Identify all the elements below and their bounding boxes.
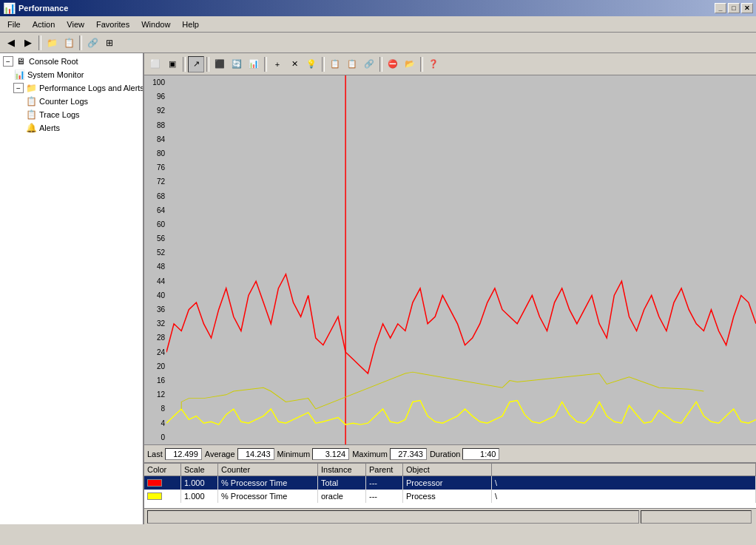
row2-object: Process bbox=[403, 490, 492, 503]
minimum-value: 3.124 bbox=[312, 448, 349, 460]
y-label-44: 44 bbox=[146, 277, 165, 285]
console-root-expander[interactable]: − bbox=[3, 56, 13, 67]
y-label-64: 64 bbox=[146, 206, 165, 214]
title-bar: 📊 Performance _ □ ✕ bbox=[0, 0, 756, 16]
system-monitor-icon: 📊 bbox=[13, 69, 25, 81]
sidebar-item-console-root[interactable]: − 🖥 Console Root bbox=[1, 55, 141, 68]
toolbar-separator-2 bbox=[79, 35, 82, 50]
y-label-24: 24 bbox=[146, 348, 165, 356]
sidebar-item-alerts[interactable]: 🔔 Alerts bbox=[1, 121, 141, 135]
chart-btn-graph[interactable]: ↗ bbox=[188, 56, 204, 72]
up-button[interactable]: 📁 bbox=[44, 35, 60, 51]
counter-row-2[interactable]: 1.000 % Processor Time oracle --- Proces… bbox=[144, 490, 756, 503]
y-label-60: 60 bbox=[146, 220, 165, 229]
status-panel-right bbox=[641, 510, 752, 524]
chart-toolbar: ⬜ ▣ ↗ ⬛ 🔄 📊 + ✕ 💡 📋 📋 🔗 ⛔ 📂 ❓ bbox=[144, 53, 756, 75]
duration-field: Duration 1:40 bbox=[430, 448, 500, 460]
last-label: Last bbox=[147, 450, 163, 458]
chart-btn-chart-type[interactable]: 📊 bbox=[246, 56, 262, 72]
sidebar-item-perf-logs[interactable]: − 📁 Performance Logs and Alerts bbox=[1, 81, 141, 95]
chart-container: 100 96 92 88 84 80 76 72 68 64 60 56 52 … bbox=[144, 75, 756, 444]
menu-favorites[interactable]: Favorites bbox=[90, 18, 135, 30]
perf-logs-expander[interactable]: − bbox=[13, 83, 24, 93]
main-toolbar: ◀ ▶ 📁 📋 🔗 ⊞ bbox=[0, 33, 756, 53]
menu-file[interactable]: File bbox=[1, 18, 27, 30]
options-button[interactable]: ⊞ bbox=[101, 35, 118, 51]
trace-logs-label: Trace Logs bbox=[39, 110, 80, 119]
chart-btn-update[interactable]: 🔄 bbox=[229, 56, 245, 72]
last-value: 12.499 bbox=[165, 448, 202, 460]
row1-parent: --- bbox=[366, 476, 403, 490]
minimum-label: Minimum bbox=[277, 450, 311, 458]
status-bar bbox=[144, 508, 756, 524]
alerts-icon: 🔔 bbox=[25, 122, 37, 134]
alerts-label: Alerts bbox=[39, 123, 60, 132]
export-button[interactable]: 🔗 bbox=[84, 35, 101, 51]
chart-sep-2 bbox=[206, 57, 209, 72]
average-label: Average bbox=[205, 450, 235, 458]
row2-counter: % Processor Time bbox=[218, 490, 318, 503]
forward-button[interactable]: ▶ bbox=[20, 35, 36, 51]
menu-action[interactable]: Action bbox=[27, 18, 61, 30]
y-label-12: 12 bbox=[146, 390, 165, 399]
chart-btn-stop[interactable]: ⛔ bbox=[385, 56, 401, 72]
chart-btn-add[interactable]: + bbox=[269, 56, 286, 72]
content-area: ⬜ ▣ ↗ ⬛ 🔄 📊 + ✕ 💡 📋 📋 🔗 ⛔ 📂 ❓ bbox=[144, 53, 756, 524]
chart-btn-new[interactable]: ⬜ bbox=[147, 56, 163, 72]
chart-btn-highlight[interactable]: 💡 bbox=[303, 56, 320, 72]
sidebar-item-trace-logs[interactable]: 📋 Trace Logs bbox=[1, 108, 141, 121]
back-button[interactable]: ◀ bbox=[3, 35, 19, 51]
y-label-84: 84 bbox=[146, 135, 165, 143]
trace-logs-icon: 📋 bbox=[25, 109, 37, 121]
duration-value: 1:40 bbox=[462, 448, 499, 460]
minimize-button[interactable]: _ bbox=[715, 3, 726, 13]
chart-btn-help[interactable]: ❓ bbox=[425, 56, 442, 72]
main-layout: − 🖥 Console Root 📊 System Monitor − 📁 Pe… bbox=[0, 53, 756, 524]
toolbar-separator-1 bbox=[38, 35, 41, 50]
show-hide-button[interactable]: 📋 bbox=[61, 35, 77, 51]
counter-table-header: Color Scale Counter Instance Parent Obje… bbox=[144, 464, 756, 476]
counter-table: Color Scale Counter Instance Parent Obje… bbox=[144, 462, 756, 508]
average-value: 14.243 bbox=[237, 448, 274, 460]
y-label-68: 68 bbox=[146, 192, 165, 200]
maximum-field: Maximum 27.343 bbox=[352, 448, 427, 460]
header-color: Color bbox=[144, 464, 181, 475]
row2-color-swatch bbox=[147, 492, 162, 500]
chart-sep-3 bbox=[264, 57, 267, 72]
chart-btn-log[interactable]: 📂 bbox=[402, 56, 418, 72]
header-counter: Counter bbox=[218, 464, 318, 475]
status-panel-main bbox=[147, 510, 639, 524]
sidebar-item-counter-logs[interactable]: 📋 Counter Logs bbox=[1, 95, 141, 108]
y-label-8: 8 bbox=[146, 404, 165, 413]
app-title: Performance bbox=[18, 4, 68, 13]
chart-btn-freeze[interactable]: ⬛ bbox=[212, 56, 228, 72]
row1-computer: \ bbox=[492, 476, 756, 490]
y-label-92: 92 bbox=[146, 106, 165, 115]
chart-btn-properties[interactable]: 🔗 bbox=[361, 56, 377, 72]
chart-svg bbox=[166, 75, 756, 444]
menu-window[interactable]: Window bbox=[135, 18, 176, 30]
menu-help[interactable]: Help bbox=[176, 18, 205, 30]
chart-btn-paste[interactable]: 📋 bbox=[344, 56, 360, 72]
sidebar-item-system-monitor[interactable]: 📊 System Monitor bbox=[1, 68, 141, 81]
chart-main[interactable] bbox=[166, 75, 756, 444]
counter-row-1[interactable]: 1.000 % Processor Time Total --- Process… bbox=[144, 476, 756, 490]
maximum-value: 27.343 bbox=[390, 448, 427, 460]
chart-sep-1 bbox=[183, 57, 186, 72]
perf-logs-label: Performance Logs and Alerts bbox=[39, 84, 144, 92]
menu-view[interactable]: View bbox=[61, 18, 90, 30]
app-icon: 📊 bbox=[3, 2, 16, 14]
chart-btn-copy[interactable]: 📋 bbox=[327, 56, 343, 72]
minimum-field: Minimum 3.124 bbox=[277, 448, 350, 460]
row1-instance: Total bbox=[318, 476, 366, 490]
chart-btn-duplicate[interactable]: ▣ bbox=[164, 56, 180, 72]
close-button[interactable]: ✕ bbox=[741, 3, 753, 13]
row2-scale: 1.000 bbox=[181, 490, 218, 503]
y-label-32: 32 bbox=[146, 319, 165, 328]
row1-object: Processor bbox=[403, 476, 492, 490]
perf-logs-icon: 📁 bbox=[25, 82, 37, 94]
y-label-96: 96 bbox=[146, 92, 165, 101]
chart-btn-remove[interactable]: ✕ bbox=[286, 56, 303, 72]
row1-counter: % Processor Time bbox=[218, 476, 318, 490]
maximize-button[interactable]: □ bbox=[728, 3, 740, 13]
